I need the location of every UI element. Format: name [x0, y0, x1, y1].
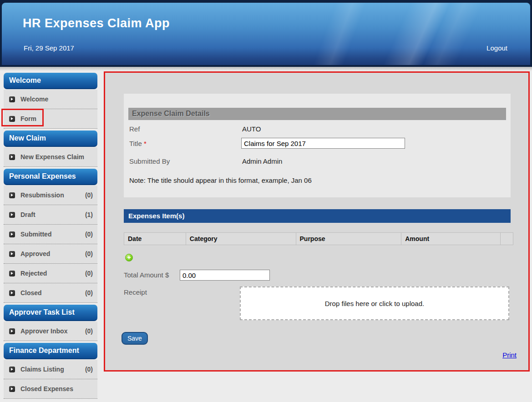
title-input[interactable]: [241, 138, 405, 149]
sidebar-section-welcome: Welcome: [4, 73, 97, 89]
receipt-label: Receipt: [124, 288, 147, 296]
ref-value: AUTO: [242, 125, 261, 133]
column-header-actions: [500, 233, 513, 245]
current-date: Fri, 29 Sep 2017: [24, 44, 74, 52]
banner-gradient: HR Expenses Claim App Fri, 29 Sep 2017 L…: [2, 3, 530, 65]
column-header-date: Date: [124, 233, 186, 245]
arrow-bullet-icon: [9, 386, 15, 392]
arrow-bullet-icon: [9, 116, 15, 122]
receipt-upload-dropzone[interactable]: Drop files here or click to upload.: [240, 286, 509, 320]
sidebar-item-resubmission[interactable]: Resubmission (0): [4, 186, 97, 205]
app-header-banner: HR Expenses Claim App Fri, 29 Sep 2017 L…: [0, 0, 532, 67]
sidebar-item-form[interactable]: Form: [4, 109, 97, 129]
submitted-by-value: Admin Admin: [242, 157, 282, 165]
print-link[interactable]: Print: [502, 351, 517, 359]
arrow-bullet-icon: [9, 290, 15, 296]
total-amount-input[interactable]: [180, 270, 270, 281]
banner-streak-decoration: [255, 3, 414, 65]
title-label: Title *: [129, 140, 147, 147]
item-count-badge: (0): [85, 250, 93, 257]
table-header-row: Date Category Purpose Amount: [124, 233, 513, 245]
item-count-badge: (0): [85, 191, 93, 199]
save-button[interactable]: Save: [122, 332, 148, 345]
sidebar-item-closed-expenses[interactable]: Closed Expenses: [4, 379, 97, 399]
arrow-bullet-icon: [9, 192, 15, 198]
item-count-badge: (0): [85, 231, 93, 238]
sidebar-section-personal-expenses: Personal Expenses: [4, 169, 97, 185]
main-content-region: Expense Claim Details Ref AUTO Title * S…: [104, 71, 530, 372]
sidebar-item-closed[interactable]: Closed (0): [4, 283, 97, 303]
sidebar-section-approver-task-list: Approver Task List: [4, 305, 97, 321]
item-count-badge: (0): [85, 289, 93, 296]
sidebar-section-new-claim: New Claim: [4, 131, 97, 147]
title-format-note: Note: The title should appear in this fo…: [129, 176, 312, 184]
sidebar-item-rejected[interactable]: Rejected (0): [4, 264, 97, 283]
banner-shadow: [0, 67, 532, 71]
sidebar-nav: Welcome Welcome Form New Claim New Expen…: [4, 71, 97, 399]
banner-streak-decoration: [315, 3, 530, 65]
sidebar-item-new-expenses-claim[interactable]: New Expenses Claim: [4, 147, 97, 167]
item-count-badge: (0): [85, 327, 93, 335]
sidebar-item-draft[interactable]: Draft (1): [4, 205, 97, 225]
sidebar-item-approver-inbox[interactable]: Approver Inbox (0): [4, 322, 97, 341]
sidebar-item-claims-listing[interactable]: Claims Listing (0): [4, 360, 97, 379]
arrow-bullet-icon: [9, 271, 15, 276]
sidebar-item-approved[interactable]: Approved (0): [4, 244, 97, 264]
arrow-bullet-icon: [9, 367, 15, 372]
logout-link[interactable]: Logout: [486, 44, 507, 52]
arrow-bullet-icon: [9, 231, 15, 237]
sidebar-item-welcome[interactable]: Welcome: [4, 90, 97, 109]
hr-expenses-claim-app: HR Expenses Claim App Fri, 29 Sep 2017 L…: [0, 0, 532, 402]
expense-items-table: Date Category Purpose Amount: [124, 232, 513, 245]
column-header-category: Category: [186, 233, 296, 245]
item-count-badge: (0): [85, 270, 93, 277]
item-count-badge: (0): [85, 366, 93, 373]
expenses-items-section-header: Expenses Item(s): [124, 209, 511, 223]
column-header-amount: Amount: [401, 233, 501, 245]
submitted-by-label: Submitted By: [129, 157, 170, 165]
arrow-bullet-icon: [9, 328, 15, 334]
arrow-bullet-icon: [9, 251, 15, 257]
arrow-bullet-icon: [9, 96, 15, 102]
details-section-header: Expense Claim Details: [128, 108, 506, 120]
app-title: HR Expenses Claim App: [23, 16, 170, 30]
column-header-purpose: Purpose: [296, 233, 401, 245]
sidebar-item-submitted[interactable]: Submitted (0): [4, 225, 97, 244]
ref-label: Ref: [129, 125, 140, 133]
item-count-badge: (1): [85, 211, 93, 218]
dropzone-text: Drop files here or click to upload.: [325, 300, 424, 307]
required-marker: *: [144, 140, 147, 147]
expense-claim-details-panel: Expense Claim Details Ref AUTO Title * S…: [124, 94, 511, 197]
total-amount-label: Total Amount $: [124, 271, 169, 279]
arrow-bullet-icon: [9, 212, 15, 218]
arrow-bullet-icon: [9, 154, 15, 160]
sidebar-section-finance-department: Finance Department: [4, 343, 97, 359]
add-expense-item-icon[interactable]: +: [125, 254, 133, 261]
